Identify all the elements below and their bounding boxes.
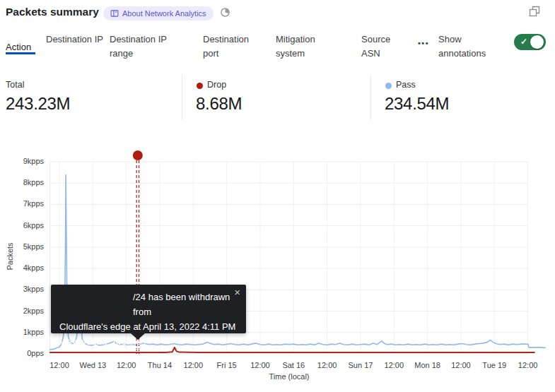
y-tick-label: 2kpps [13,307,44,315]
y-tick-label: 6kpps [13,221,44,230]
x-tick-label: 12:00 [42,361,76,369]
tooltip-line1: /24 has been withdrawn from [133,290,238,319]
y-tick-label: 0pps [13,349,44,357]
x-tick-label: 12:00 [511,361,545,369]
y-tick-label: 7kpps [13,199,44,208]
y-tick-label: 3kpps [13,285,44,293]
y-tick-label: 5kpps [13,242,44,251]
x-tick-label: Sat 16 [276,361,310,369]
x-tick-label: Mon 18 [411,361,445,369]
x-tick-label: 12:00 [176,361,210,369]
close-icon[interactable]: × [234,286,240,299]
x-tick-label: 12:00 [377,361,411,369]
x-tick-label: Sun 17 [344,361,378,369]
y-tick-label: 8kpps [13,178,44,186]
x-tick-label: 12:00 [110,361,144,369]
annotation-marker-dot[interactable] [133,150,143,160]
x-tick-label: Tue 19 [477,361,511,369]
y-tick-label: 9kpps [13,157,44,165]
x-tick-label: 12:00 [444,361,478,369]
x-tick-label: Wed 13 [76,361,110,369]
tooltip-caret [131,333,145,340]
x-tick-label: Thu 14 [143,361,177,369]
x-tick-label: 12:00 [243,361,277,369]
tooltip-line2: Cloudflare's edge at April 13, 2022 4:11… [59,319,238,334]
x-tick-label: Fri 15 [210,361,244,369]
y-tick-label: 1kpps [13,328,44,336]
x-axis-title: Time (local) [240,372,339,381]
y-tick-label: 4kpps [13,263,44,272]
annotation-tooltip: × /24 has been withdrawn from Cloudflare… [51,285,246,333]
x-tick-label: 12:00 [310,361,344,369]
